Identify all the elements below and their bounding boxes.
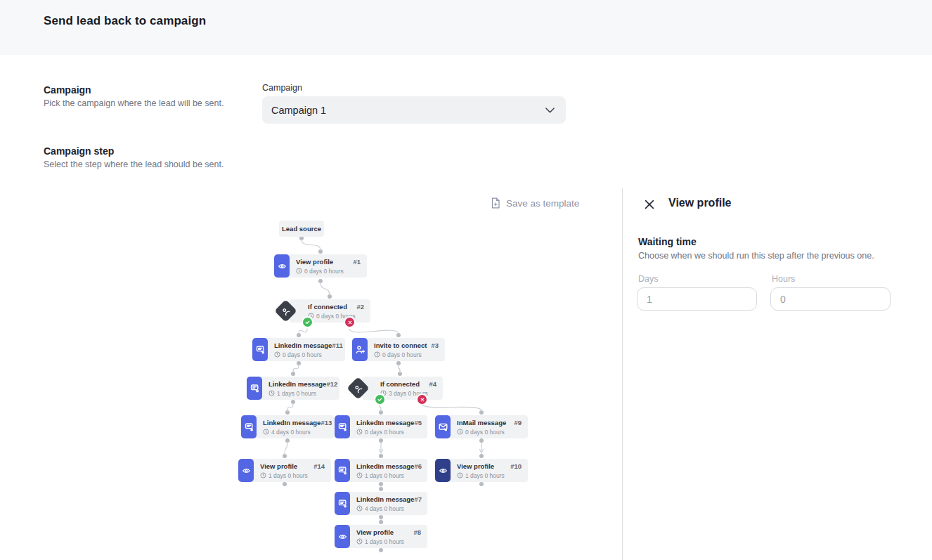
node-title: InMail message <box>457 419 506 426</box>
node-title: Invite to connect <box>374 341 427 349</box>
panel-divider <box>622 188 623 560</box>
node-content: If connected #2 0 days 0 hours <box>308 303 364 320</box>
flow-node-lead-source[interactable]: Lead source <box>279 221 324 237</box>
node-content: LinkedIn message #7 4 days 0 hours <box>356 495 421 512</box>
linkedin-message-icon <box>241 415 257 438</box>
linkedin-message-icon <box>335 492 350 515</box>
flow-node-step-11[interactable]: LinkedIn message #11 0 days 0 hours <box>252 338 345 361</box>
node-wait-time: 1 days 0 hours <box>356 472 421 479</box>
node-step-number: #4 <box>429 380 436 388</box>
lead-source-label: Lead source <box>282 225 321 233</box>
node-title: LinkedIn message <box>356 462 414 470</box>
node-content: LinkedIn message #12 1 days 0 hours <box>268 380 333 397</box>
node-title: View profile <box>260 462 297 470</box>
node-content: View profile #8 1 days 0 hours <box>356 528 421 545</box>
node-wait-time: 1 days 0 hours <box>260 472 325 479</box>
days-label: Days <box>638 274 757 284</box>
flow-node-step-7[interactable]: LinkedIn message #7 4 days 0 hours <box>335 492 427 515</box>
panel-title: View profile <box>668 197 732 209</box>
node-title: LinkedIn message <box>356 495 414 503</box>
clock-icon <box>356 472 363 478</box>
node-wait-time: 4 days 0 hours <box>263 429 328 436</box>
node-title: View profile <box>356 528 394 536</box>
node-content: If connected #4 3 days 0 hours <box>380 380 436 397</box>
eye-icon <box>435 459 451 482</box>
days-field: Days <box>637 274 757 311</box>
node-wait-time: 3 days 0 hours <box>380 390 436 397</box>
clock-icon <box>260 472 266 478</box>
node-content: View profile #14 1 days 0 hours <box>260 462 325 479</box>
node-title: LinkedIn message <box>268 380 326 388</box>
flow-node-step-1[interactable]: View profile #1 0 days 0 hours <box>274 254 367 278</box>
hours-field: Hours <box>770 274 891 311</box>
node-content: LinkedIn message #13 4 days 0 hours <box>263 419 328 436</box>
flow-node-step-12[interactable]: LinkedIn message #12 1 days 0 hours <box>247 377 339 400</box>
condition-person-icon <box>347 377 370 400</box>
node-content: InMail message #9 0 days 0 hours <box>457 419 522 436</box>
node-step-number: #8 <box>413 528 421 536</box>
clock-icon <box>457 429 463 435</box>
clock-icon <box>356 505 363 512</box>
node-step-number: #7 <box>414 495 422 503</box>
hours-label: Hours <box>772 274 891 284</box>
eye-icon <box>274 254 290 278</box>
yes-branch-badge <box>303 318 312 327</box>
clock-icon <box>274 351 280 358</box>
node-wait-time: 0 days 0 hours <box>356 429 421 436</box>
node-title: View profile <box>457 462 494 470</box>
node-step-number: #6 <box>414 462 422 470</box>
flow-node-step-5[interactable]: LinkedIn message #5 0 days 0 hours <box>335 415 427 438</box>
clock-icon <box>296 268 302 274</box>
eye-icon <box>238 459 254 482</box>
node-title: If connected <box>308 303 347 311</box>
flow-node-step-4[interactable]: If connected #4 3 days 0 hours <box>362 377 443 400</box>
node-step-number: #10 <box>510 462 522 470</box>
node-content: LinkedIn message #6 1 days 0 hours <box>356 462 421 479</box>
node-wait-time: 1 days 0 hours <box>268 390 333 397</box>
node-content: Invite to connect #3 0 days 0 hours <box>374 341 439 358</box>
close-panel-button[interactable] <box>643 198 656 211</box>
no-branch-badge <box>345 318 354 327</box>
node-wait-time: 0 days 0 hours <box>374 351 439 358</box>
flow-node-step-10[interactable]: View profile #10 1 days 0 hours <box>435 459 528 482</box>
flow-node-step-9[interactable]: InMail message #9 0 days 0 hours <box>435 415 528 438</box>
eye-icon <box>335 525 350 548</box>
node-content: LinkedIn message #5 0 days 0 hours <box>356 419 421 436</box>
node-step-number: #14 <box>313 462 325 470</box>
node-step-number: #12 <box>326 380 337 388</box>
clock-icon <box>356 429 363 435</box>
flow-node-step-3[interactable]: Invite to connect #3 0 days 0 hours <box>352 338 445 361</box>
node-wait-time: 0 days 0 hours <box>274 351 339 358</box>
flow-node-step-6[interactable]: LinkedIn message #6 1 days 0 hours <box>335 459 427 482</box>
node-step-number: #9 <box>514 419 522 426</box>
node-content: View profile #1 0 days 0 hours <box>296 258 361 275</box>
node-wait-time: 1 days 0 hours <box>457 472 522 479</box>
flow-node-step-8[interactable]: View profile #8 1 days 0 hours <box>335 525 427 548</box>
node-title: LinkedIn message <box>274 341 332 349</box>
flow-node-step-14[interactable]: View profile #14 1 days 0 hours <box>238 459 331 482</box>
hours-input[interactable] <box>770 287 891 311</box>
waiting-time-description: Choose when we should run this step afte… <box>638 251 874 261</box>
node-wait-time: 0 days 0 hours <box>296 268 361 275</box>
node-step-number: #11 <box>332 341 342 349</box>
node-step-number: #3 <box>431 341 439 349</box>
linkedin-message-icon <box>335 415 350 438</box>
node-content: View profile #10 1 days 0 hours <box>457 462 522 479</box>
node-wait-time: 4 days 0 hours <box>356 505 421 512</box>
app-root: Send lead back to campaign Campaign Pick… <box>0 0 932 560</box>
invite-to-connect-icon <box>352 338 368 361</box>
flow-node-step-13[interactable]: LinkedIn message #13 4 days 0 hours <box>241 415 334 438</box>
node-title: LinkedIn message <box>356 419 414 426</box>
node-wait-time: 1 days 0 hours <box>356 538 421 545</box>
node-title: If connected <box>380 380 420 388</box>
linkedin-message-icon <box>252 338 268 361</box>
node-step-number: #5 <box>414 419 422 426</box>
node-title: LinkedIn message <box>263 419 321 426</box>
clock-icon <box>457 472 463 478</box>
flow-node-step-2[interactable]: If connected #2 0 days 0 hours <box>290 299 370 323</box>
node-wait-time: 0 days 0 hours <box>457 429 522 436</box>
condition-person-icon <box>274 299 297 323</box>
yes-branch-badge <box>375 395 384 404</box>
days-input[interactable] <box>637 287 757 311</box>
linkedin-message-icon <box>247 377 262 400</box>
